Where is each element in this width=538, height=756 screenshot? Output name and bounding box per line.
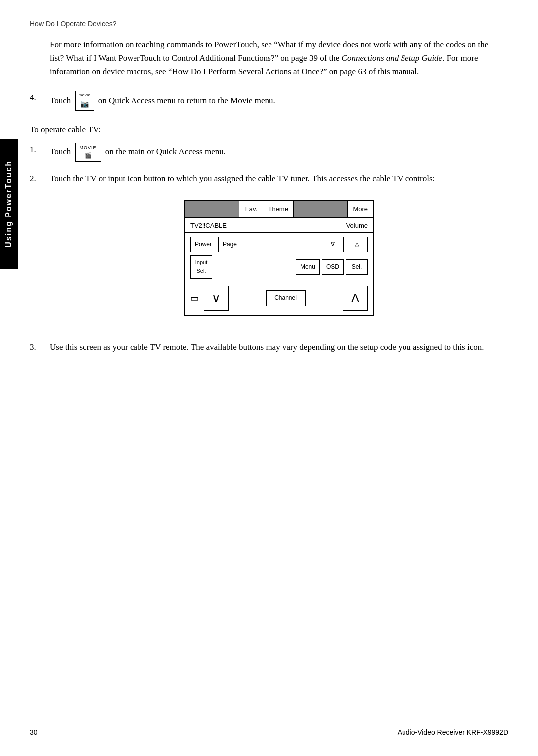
- tab-empty-left: [185, 201, 239, 217]
- channel-button[interactable]: Channel: [266, 290, 306, 306]
- movie-label: MOVIE: [80, 144, 97, 151]
- ch-up-button[interactable]: Λ: [343, 286, 368, 311]
- to-operate-list: 1. Touch MOVIE 🎬 on the main or Quick Ac…: [30, 143, 508, 354]
- movie-main-icon: MOVIE 🎬: [75, 143, 101, 162]
- numbered-list: 4. Touch movie 📷 on Quick Access menu to…: [30, 91, 508, 111]
- page-button[interactable]: Page: [218, 237, 241, 252]
- tab-empty-right: [294, 201, 348, 217]
- list-item-3: 3. Use this screen as your cable TV remo…: [30, 340, 508, 354]
- main-content: How Do I Operate Devices? For more infor…: [30, 0, 508, 354]
- vol-down-button[interactable]: ∇: [322, 237, 344, 252]
- list-content-3: Use this screen as your cable TV remote.…: [50, 340, 508, 354]
- list-item-4: 4. Touch movie 📷 on Quick Access menu to…: [30, 91, 508, 111]
- intro-paragraph: For more information on teaching command…: [50, 38, 498, 79]
- list-content-2: Touch the TV or input icon button to whi…: [50, 172, 508, 331]
- side-tab-label: Using PowerTouch: [4, 160, 13, 248]
- book-title: Connections and Setup Guide: [342, 53, 443, 63]
- vol-up-button[interactable]: △: [346, 237, 368, 252]
- list-item-1: 1. Touch MOVIE 🎬 on the main or Quick Ac…: [30, 143, 508, 162]
- section-heading: To operate cable TV:: [30, 125, 508, 135]
- list-item-2: 2. Touch the TV or input icon button to …: [30, 172, 508, 331]
- sel-button[interactable]: Sel.: [346, 259, 368, 275]
- page-number: 30: [30, 728, 38, 736]
- power-button[interactable]: Power: [190, 237, 216, 252]
- page-footer: 30 Audio-Video Receiver KRF-X9992D: [30, 728, 508, 736]
- volume-label: Volume: [346, 221, 368, 231]
- movie-icon-symbol: 📷: [80, 98, 89, 109]
- list-number-4: 4.: [30, 91, 50, 104]
- movie-icon-film: 🎬: [85, 152, 92, 158]
- menu-button[interactable]: Menu: [296, 259, 320, 275]
- list-number-3: 3.: [30, 340, 50, 354]
- tab-fav[interactable]: Fav.: [239, 201, 263, 217]
- screen-bottom: ▭ ∨ Channel Λ: [185, 286, 373, 315]
- list-content-1: Touch MOVIE 🎬 on the main or Quick Acces…: [50, 143, 508, 162]
- monitor-icon: ▭: [190, 291, 199, 306]
- controls-row-1: Power Page ∇ △: [190, 237, 368, 252]
- side-tab: Using PowerTouch: [0, 139, 18, 269]
- tv2-cable-label: TV2‼CABLE: [190, 221, 227, 231]
- input-sel-button[interactable]: Input Sel.: [190, 255, 212, 279]
- screen-header: TV2‼CABLE Volume: [185, 218, 373, 233]
- screen-controls: Power Page ∇ △ Input Sel. Menu OSD: [185, 233, 373, 286]
- ch-down-button[interactable]: ∨: [204, 286, 229, 311]
- list-number-1: 1.: [30, 143, 50, 156]
- tab-theme[interactable]: Theme: [263, 201, 293, 217]
- quick-access-icon-movie: movie 📷: [75, 91, 94, 111]
- list-number-2: 2.: [30, 172, 50, 185]
- cable-tv-screen: Fav. Theme More TV2‼CABLE Volume: [184, 200, 374, 316]
- tab-more[interactable]: More: [348, 201, 373, 217]
- list-content-4: Touch movie 📷 on Quick Access menu to re…: [50, 91, 508, 111]
- product-name: Audio-Video Receiver KRF-X9992D: [398, 728, 508, 736]
- controls-row-2: Input Sel. Menu OSD Sel.: [190, 255, 368, 279]
- screen-top-bar: Fav. Theme More: [185, 201, 373, 218]
- breadcrumb: How Do I Operate Devices?: [30, 20, 508, 28]
- osd-button[interactable]: OSD: [322, 259, 344, 275]
- movie-icon-label: movie: [79, 92, 91, 99]
